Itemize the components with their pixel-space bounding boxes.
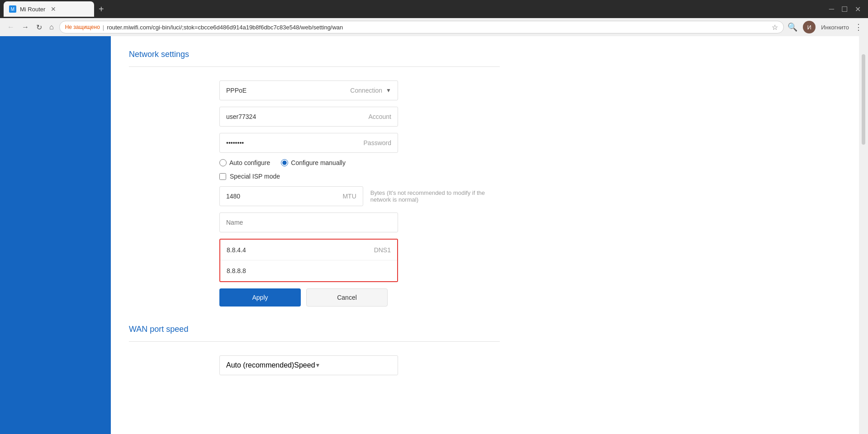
dns1-input[interactable] xyxy=(227,246,374,254)
password-label: Password xyxy=(364,139,391,146)
tab-favicon: M xyxy=(9,5,16,13)
tab-title: Mi Router xyxy=(20,6,45,13)
special-isp-label[interactable]: Special ISP mode xyxy=(230,173,280,180)
password-field[interactable]: Password xyxy=(219,133,398,153)
right-scrollbar-panel xyxy=(859,36,868,434)
address-url: router.miwifi.com/cgi-bin/luci/;stok=cbc… xyxy=(107,24,769,31)
search-icon[interactable]: 🔍 xyxy=(787,22,797,32)
bookmark-icon[interactable]: ☆ xyxy=(772,23,778,32)
content-inner: Network settings PPPoE Connection ▼ xyxy=(111,50,518,375)
configure-manually-label[interactable]: Configure manually xyxy=(291,159,346,166)
page-content: Network settings PPPoE Connection ▼ xyxy=(111,36,859,434)
connection-type-value: PPPoE xyxy=(226,87,350,94)
wan-section-divider xyxy=(129,341,500,342)
special-isp-row: Special ISP mode xyxy=(219,173,500,180)
section-divider xyxy=(129,66,500,67)
address-bar-row: ← → ↻ ⌂ Не защищено | router.miwifi.com/… xyxy=(0,18,868,36)
sidebar xyxy=(0,36,111,434)
speed-label: Speed xyxy=(294,361,315,369)
mtu-field[interactable]: MTU xyxy=(219,186,363,206)
home-button[interactable]: ⌂ xyxy=(47,22,56,32)
browser-right-icons: 🔍 И Инкогнито ⋮ xyxy=(787,21,863,33)
connection-type-row: PPPoE Connection ▼ xyxy=(219,80,500,100)
new-tab-button[interactable]: + xyxy=(96,4,107,14)
maximize-button[interactable]: ☐ xyxy=(841,5,848,14)
scrollbar[interactable] xyxy=(862,54,865,145)
minimize-button[interactable]: ─ xyxy=(829,5,834,13)
tab-bar: M Mi Router ✕ + xyxy=(4,1,825,17)
browser-chrome: M Mi Router ✕ + ─ ☐ ✕ xyxy=(0,0,868,18)
network-settings-section: Network settings PPPoE Connection ▼ xyxy=(129,50,500,307)
speed-dropdown-arrow-icon: ▼ xyxy=(315,362,321,368)
dropdown-arrow-icon: ▼ xyxy=(386,87,391,94)
connection-label: Connection xyxy=(350,87,382,94)
account-label: Account xyxy=(368,113,391,120)
cancel-button[interactable]: Cancel xyxy=(306,288,388,307)
network-settings-title: Network settings xyxy=(129,50,500,59)
account-field[interactable]: Account xyxy=(219,107,398,127)
configure-manually-radio[interactable] xyxy=(281,159,288,166)
name-field[interactable] xyxy=(219,212,398,232)
address-separator: | xyxy=(103,24,104,31)
password-row: Password xyxy=(219,133,500,153)
active-tab[interactable]: M Mi Router ✕ xyxy=(4,1,94,17)
password-input[interactable] xyxy=(226,139,364,146)
forward-button[interactable]: → xyxy=(20,22,31,32)
speed-dropdown[interactable]: Auto (recommended) Speed ▼ xyxy=(219,355,398,375)
mtu-hint: Bytes (It's not recommended to modify if… xyxy=(370,189,500,203)
name-input[interactable] xyxy=(226,219,391,226)
speed-value: Auto (recommended) xyxy=(226,361,294,369)
mtu-input[interactable] xyxy=(226,193,342,200)
dns2-field[interactable] xyxy=(220,260,397,281)
wan-port-title: WAN port speed xyxy=(129,325,500,334)
address-bar[interactable]: Не защищено | router.miwifi.com/cgi-bin/… xyxy=(59,21,784,33)
wan-form-area: Auto (recommended) Speed ▼ xyxy=(129,355,500,375)
auto-configure-radio[interactable] xyxy=(219,159,227,166)
form-area: PPPoE Connection ▼ Account xyxy=(129,80,500,307)
wan-port-speed-section: WAN port speed Auto (recommended) Speed … xyxy=(129,325,500,375)
browser-window-controls: ─ ☐ ✕ xyxy=(829,5,864,14)
configure-radio-group: Auto configure Configure manually xyxy=(219,159,500,166)
apply-button[interactable]: Apply xyxy=(219,288,301,307)
menu-icon[interactable]: ⋮ xyxy=(854,22,863,32)
dns2-input[interactable] xyxy=(227,267,391,274)
connection-type-dropdown[interactable]: PPPoE Connection ▼ xyxy=(219,80,398,100)
special-isp-checkbox[interactable] xyxy=(219,173,226,180)
security-warning: Не защищено xyxy=(65,24,100,30)
reload-button[interactable]: ↻ xyxy=(34,22,44,33)
configure-manually-option[interactable]: Configure manually xyxy=(281,159,346,166)
address-bar-icons: ☆ xyxy=(772,23,778,32)
button-row: Apply Cancel xyxy=(219,288,500,307)
mtu-row: MTU Bytes (It's not recommended to modif… xyxy=(219,186,500,206)
profile-icon[interactable]: И xyxy=(803,21,816,33)
close-window-button[interactable]: ✕ xyxy=(855,5,861,14)
main-content: Network settings PPPoE Connection ▼ xyxy=(0,36,868,434)
dns1-field[interactable]: DNS1 xyxy=(220,240,397,260)
dns-container: DNS1 xyxy=(219,239,398,282)
account-row: Account xyxy=(219,107,500,127)
dns1-label: DNS1 xyxy=(374,246,391,254)
back-button[interactable]: ← xyxy=(5,22,16,32)
account-input[interactable] xyxy=(226,113,368,120)
incognito-label: Инкогнито xyxy=(821,24,849,31)
auto-configure-label[interactable]: Auto configure xyxy=(229,159,270,166)
mtu-label: MTU xyxy=(342,193,356,200)
auto-configure-option[interactable]: Auto configure xyxy=(219,159,270,166)
tab-close-button[interactable]: ✕ xyxy=(51,5,56,13)
